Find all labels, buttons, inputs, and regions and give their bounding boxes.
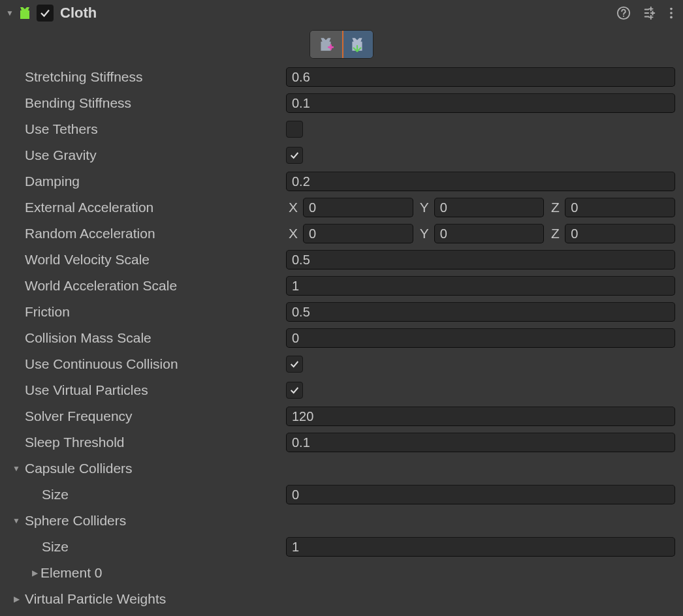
label-collision-mass-scale: Collision Mass Scale	[25, 330, 286, 346]
component-title: Cloth	[60, 5, 616, 22]
label-world-acceleration-scale: World Acceleration Scale	[25, 278, 286, 294]
presets-icon[interactable]	[643, 6, 657, 20]
axis-y: Y	[417, 200, 432, 215]
input-bending-stiffness[interactable]	[286, 93, 675, 113]
checkbox-use-gravity[interactable]	[286, 147, 303, 164]
help-icon[interactable]	[616, 6, 631, 20]
cloth-edit-toolbar	[0, 26, 683, 64]
label-capsule-colliders: Capsule Colliders	[25, 461, 133, 476]
foldout-element-0[interactable]	[29, 567, 40, 579]
axis-z: Z	[548, 200, 562, 215]
component-header: Cloth	[0, 0, 683, 26]
label-sphere-size: Size	[42, 539, 286, 555]
input-world-velocity-scale[interactable]	[286, 250, 675, 270]
label-damping: Damping	[25, 174, 286, 189]
label-sleep-threshold: Sleep Threshold	[25, 435, 286, 450]
label-use-gravity: Use Gravity	[25, 147, 286, 163]
input-damping[interactable]	[286, 172, 675, 191]
label-bending-stiffness: Bending Stiffness	[25, 95, 286, 111]
label-capsule-size: Size	[42, 487, 286, 502]
svg-point-1	[670, 8, 673, 10]
cloth-constraints-tool-button[interactable]	[310, 31, 342, 58]
axis-z2: Z	[548, 226, 562, 241]
input-friction[interactable]	[286, 302, 675, 322]
label-random-acceleration: Random Acceleration	[25, 226, 286, 241]
input-sleep-threshold[interactable]	[286, 433, 675, 452]
label-use-continuous-collision: Use Continuous Collision	[25, 356, 286, 372]
svg-point-3	[670, 16, 673, 19]
checkbox-use-virtual-particles[interactable]	[286, 382, 303, 399]
foldout-sphere-colliders[interactable]	[10, 515, 22, 527]
foldout-component[interactable]	[4, 7, 16, 19]
input-capsule-size[interactable]	[286, 485, 675, 504]
input-stretching-stiffness[interactable]	[286, 67, 675, 87]
label-world-velocity-scale: World Velocity Scale	[25, 252, 286, 268]
label-friction: Friction	[25, 304, 286, 320]
checkbox-use-continuous-collision[interactable]	[286, 356, 303, 373]
input-ext-accel-z[interactable]	[565, 198, 675, 217]
input-rand-accel-x[interactable]	[303, 224, 413, 243]
label-virtual-particle-weights: Virtual Particle Weights	[25, 591, 166, 607]
component-enable-checkbox[interactable]	[37, 5, 54, 22]
input-collision-mass-scale[interactable]	[286, 328, 675, 348]
input-world-acceleration-scale[interactable]	[286, 276, 675, 296]
label-element-0: Element 0	[40, 565, 302, 581]
axis-y2: Y	[417, 226, 432, 241]
foldout-capsule-colliders[interactable]	[10, 463, 22, 474]
checkbox-use-tethers[interactable]	[286, 121, 303, 138]
axis-x2: X	[286, 226, 300, 241]
input-ext-accel-x[interactable]	[303, 198, 413, 217]
label-sphere-colliders: Sphere Colliders	[25, 513, 126, 529]
menu-icon[interactable]	[669, 6, 674, 20]
header-icons	[616, 6, 678, 20]
axis-x: X	[286, 200, 300, 215]
label-stretching-stiffness: Stretching Stiffness	[25, 69, 286, 85]
properties-panel: Stretching Stiffness Bending Stiffness U…	[0, 64, 683, 612]
foldout-virtual-particle-weights[interactable]	[10, 593, 22, 605]
label-solver-frequency: Solver Frequency	[25, 408, 286, 424]
label-use-tethers: Use Tethers	[25, 121, 286, 137]
input-solver-frequency[interactable]	[286, 407, 675, 426]
cloth-self-collision-tool-button[interactable]	[342, 31, 373, 58]
input-sphere-size[interactable]	[286, 537, 675, 557]
cloth-icon	[17, 5, 33, 21]
label-external-acceleration: External Acceleration	[25, 200, 286, 215]
input-rand-accel-y[interactable]	[434, 224, 545, 243]
input-ext-accel-y[interactable]	[434, 198, 545, 217]
input-rand-accel-z[interactable]	[565, 224, 675, 243]
svg-point-2	[670, 12, 673, 14]
label-use-virtual-particles: Use Virtual Particles	[25, 382, 286, 398]
